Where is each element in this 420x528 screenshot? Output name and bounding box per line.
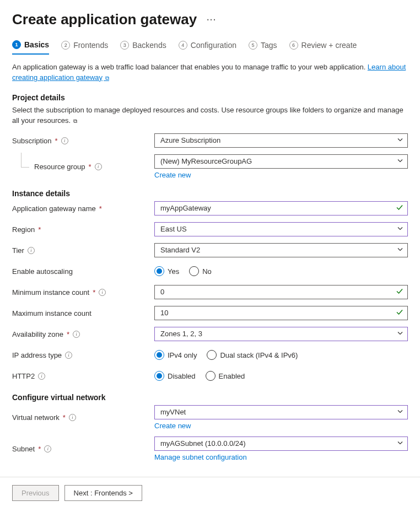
autoscaling-radio-group: Yes No	[154, 264, 408, 278]
radio-label: Dual stack (IPv4 & IPv6)	[220, 351, 298, 359]
step-number-icon: 6	[289, 41, 298, 50]
app-gateway-name-label: Application gateway name	[12, 204, 96, 213]
info-icon[interactable]: i	[73, 331, 80, 338]
step-number-icon: 1	[12, 40, 21, 49]
step-number-icon: 3	[120, 41, 129, 50]
subnet-dropdown[interactable]: myAGSubnet (10.0.0.0/24)	[154, 437, 408, 451]
tier-dropdown[interactable]: Standard V2	[154, 243, 408, 257]
tab-frontends[interactable]: 2 Frontends	[61, 38, 108, 55]
info-icon[interactable]: i	[65, 352, 72, 359]
radio-label: Disabled	[168, 372, 196, 380]
max-instance-label: Maximum instance count	[12, 309, 91, 317]
autoscaling-yes-radio[interactable]: Yes	[154, 266, 179, 276]
radio-icon	[206, 371, 216, 381]
tab-configuration[interactable]: 4 Configuration	[179, 38, 236, 55]
wizard-footer: Previous Next : Frontends >	[0, 477, 420, 509]
radio-icon	[207, 350, 217, 360]
create-new-rg-link[interactable]: Create new	[154, 171, 191, 179]
tab-label: Frontends	[73, 41, 108, 50]
ipv4-only-radio[interactable]: IPv4 only	[154, 350, 197, 360]
tab-label: Backends	[132, 41, 166, 50]
min-instance-input[interactable]: 0	[154, 285, 408, 299]
wizard-tabs: 1 Basics 2 Frontends 3 Backends 4 Config…	[12, 38, 408, 55]
subnet-label: Subnet	[12, 445, 35, 453]
http2-label: HTTP2	[12, 372, 35, 380]
subscription-dropdown[interactable]: Azure Subscription	[154, 133, 408, 148]
section-project-desc: Select the subscription to manage deploy…	[12, 105, 408, 126]
step-number-icon: 5	[249, 41, 257, 50]
more-menu-icon[interactable]: ···	[207, 15, 217, 24]
section-vnet-title: Configure virtual network	[12, 393, 408, 402]
dual-stack-radio[interactable]: Dual stack (IPv4 & IPv6)	[207, 350, 298, 360]
autoscaling-no-radio[interactable]: No	[189, 266, 212, 276]
tab-basics[interactable]: 1 Basics	[12, 38, 49, 55]
info-icon[interactable]: i	[61, 137, 68, 144]
radio-label: No	[202, 267, 212, 276]
info-icon[interactable]: i	[99, 289, 106, 296]
ip-type-label: IP address type	[12, 351, 62, 359]
next-button[interactable]: Next : Frontends >	[64, 485, 142, 501]
http2-disabled-radio[interactable]: Disabled	[154, 371, 196, 381]
app-gateway-name-input[interactable]: myAppGateway	[154, 201, 408, 215]
availability-zone-dropdown[interactable]: Zones 1, 2, 3	[154, 327, 408, 341]
intro-text: An application gateway is a web traffic …	[12, 62, 408, 83]
tab-label: Configuration	[191, 41, 236, 50]
tab-tags[interactable]: 5 Tags	[249, 38, 277, 55]
tab-backends[interactable]: 3 Backends	[120, 38, 166, 55]
required-icon: *	[89, 163, 91, 171]
radio-label: IPv4 only	[168, 351, 197, 359]
previous-button: Previous	[12, 485, 59, 501]
required-icon: *	[93, 288, 95, 297]
required-icon: *	[67, 330, 69, 338]
http2-enabled-radio[interactable]: Enabled	[206, 371, 245, 381]
subscription-label: Subscription	[12, 137, 52, 145]
region-label: Region	[12, 225, 35, 234]
resource-group-label: Resource group	[34, 163, 85, 171]
external-link-icon: ⧉	[104, 75, 109, 81]
vnet-dropdown[interactable]: myVNet	[154, 405, 408, 419]
radio-label: Yes	[168, 267, 179, 276]
radio-icon	[154, 350, 164, 360]
tier-label: Tier	[12, 246, 24, 255]
info-icon[interactable]: i	[44, 445, 51, 452]
region-dropdown[interactable]: East US	[154, 222, 408, 236]
autoscaling-label: Enable autoscaling	[12, 267, 73, 276]
required-icon: *	[99, 204, 102, 213]
resource-group-dropdown[interactable]: (New) MyResourceGroupAG	[154, 154, 408, 169]
tab-label: Tags	[261, 41, 277, 50]
section-instance-title: Instance details	[12, 189, 408, 198]
step-number-icon: 2	[61, 41, 70, 50]
min-instance-label: Minimum instance count	[12, 288, 89, 297]
required-icon: *	[55, 137, 58, 145]
max-instance-input[interactable]: 10	[154, 306, 408, 320]
required-icon: *	[38, 225, 41, 234]
info-icon[interactable]: i	[38, 373, 45, 380]
section-project-title: Project details	[12, 93, 408, 102]
radio-icon	[154, 371, 164, 381]
tab-label: Review + create	[301, 41, 357, 50]
external-link-icon: ⧉	[72, 118, 77, 124]
radio-label: Enabled	[219, 372, 245, 380]
info-icon[interactable]: i	[95, 163, 102, 170]
info-icon[interactable]: i	[69, 414, 76, 421]
info-icon[interactable]: i	[28, 247, 35, 254]
vnet-label: Virtual network	[12, 413, 60, 422]
tab-label: Basics	[24, 40, 49, 49]
create-new-vnet-link[interactable]: Create new	[154, 422, 191, 430]
tab-review-create[interactable]: 6 Review + create	[289, 38, 357, 55]
required-icon: *	[63, 413, 66, 422]
required-icon: *	[38, 445, 41, 453]
availability-zone-label: Availability zone	[12, 330, 63, 338]
step-number-icon: 4	[179, 41, 187, 50]
http2-radio-group: Disabled Enabled	[154, 369, 408, 383]
radio-icon	[154, 266, 164, 276]
radio-icon	[189, 266, 199, 276]
manage-subnet-link[interactable]: Manage subnet configuration	[154, 453, 247, 461]
page-title: Create application gateway ···	[12, 11, 408, 28]
ip-type-radio-group: IPv4 only Dual stack (IPv4 & IPv6)	[154, 348, 408, 362]
